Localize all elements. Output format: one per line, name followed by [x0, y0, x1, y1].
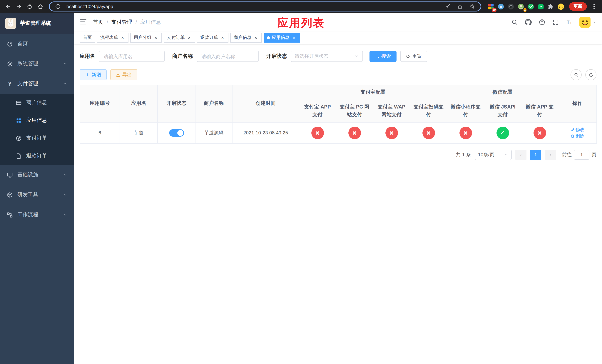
- refresh-icon: [406, 54, 410, 58]
- sidebar-collapse-icon[interactable]: [80, 18, 88, 26]
- goto-label: 前往: [562, 151, 572, 158]
- chevron-down-icon: [63, 62, 67, 66]
- browser-menu-icon[interactable]: [589, 1, 599, 11]
- close-icon[interactable]: ×: [187, 35, 192, 40]
- merchant-name-input[interactable]: [197, 51, 259, 62]
- toggle-search-button[interactable]: [570, 69, 582, 80]
- sidebar-item-app-info[interactable]: 应用信息: [0, 111, 74, 129]
- sidebar-item-label: 支付订单: [26, 135, 47, 141]
- help-icon[interactable]: [538, 19, 546, 26]
- edit-link[interactable]: 修改: [570, 127, 584, 133]
- fullscreen-icon[interactable]: [552, 19, 559, 26]
- browser-back-icon[interactable]: [3, 1, 13, 11]
- status-toggle[interactable]: [169, 129, 184, 137]
- tab-home[interactable]: 首页: [80, 33, 95, 43]
- page-number-button[interactable]: 1: [530, 150, 541, 160]
- column-header: 应用名: [120, 85, 158, 122]
- extension-dark-icon[interactable]: [507, 3, 515, 10]
- status-select[interactable]: 请选择开启状态: [291, 51, 363, 62]
- add-button[interactable]: 新增: [80, 69, 107, 80]
- close-icon[interactable]: ×: [153, 35, 159, 40]
- browser-reload-icon[interactable]: [24, 1, 34, 11]
- browser-update-button[interactable]: 更新: [569, 2, 587, 11]
- reset-button[interactable]: 重置: [400, 51, 427, 62]
- password-key-icon[interactable]: [443, 2, 452, 11]
- gear-icon: [7, 61, 13, 67]
- search-icon[interactable]: [511, 19, 518, 26]
- pagination: 共 1 条 10条/页 ‹ 1 › 前往 页: [80, 150, 596, 160]
- search-button[interactable]: 搜索: [369, 51, 397, 62]
- font-size-icon[interactable]: TT: [566, 19, 573, 26]
- close-icon[interactable]: ×: [253, 35, 258, 40]
- search-icon: [375, 54, 379, 58]
- sidebar-item-workflow[interactable]: 工作流程: [0, 205, 74, 225]
- extension-check-icon[interactable]: [527, 3, 535, 10]
- tab-label: 商户信息: [234, 34, 251, 41]
- address-bar[interactable]: localhost:1024/pay/app: [49, 1, 481, 11]
- sidebar-item-home[interactable]: 首页: [0, 34, 74, 54]
- breadcrumb-item[interactable]: 支付管理: [111, 19, 132, 26]
- goto-page: 前往 页: [562, 150, 596, 160]
- sidebar-item-merchant-info[interactable]: 商户信息: [0, 94, 74, 111]
- refresh-table-button[interactable]: [585, 69, 596, 80]
- sidebar-item-label: 应用信息: [26, 117, 47, 124]
- tab-refund-order[interactable]: 退款订单×: [197, 33, 228, 43]
- sidebar-item-dev-tools[interactable]: 研发工具: [0, 185, 74, 205]
- table-row: 6 芋道 芋道源码 2021-10-23 08:49:25: [80, 122, 597, 143]
- sidebar-item-pay-order[interactable]: 支付订单: [0, 129, 74, 147]
- close-icon[interactable]: ×: [291, 35, 297, 40]
- prev-page-button[interactable]: ‹: [515, 150, 527, 160]
- sidebar-item-label: 支付管理: [17, 80, 38, 87]
- url-text: localhost:1024/pay/app: [65, 4, 440, 9]
- chevron-down-icon: [354, 54, 359, 58]
- column-header: 微信小程序支付: [447, 100, 484, 122]
- delete-link[interactable]: 删除: [570, 133, 584, 139]
- share-icon[interactable]: [455, 2, 465, 11]
- github-icon[interactable]: [525, 19, 532, 26]
- page-size-select[interactable]: 10条/页: [475, 150, 512, 160]
- tab-app-info[interactable]: 应用信息×: [264, 33, 300, 43]
- sidebar-item-payment[interactable]: ¥ 支付管理: [0, 74, 74, 94]
- refresh-icon: [589, 72, 593, 77]
- tab-user-group[interactable]: 用户分组×: [130, 33, 162, 43]
- close-icon[interactable]: ×: [120, 35, 125, 40]
- bookmark-star-icon[interactable]: [468, 2, 477, 11]
- app-name-input[interactable]: [99, 51, 165, 62]
- browser-forward-icon[interactable]: [14, 1, 24, 11]
- browser-home-icon[interactable]: [35, 1, 45, 11]
- sidebar-item-refund-order[interactable]: 退款订单: [0, 147, 74, 165]
- user-menu[interactable]: [580, 17, 596, 28]
- sidebar-item-system[interactable]: 系统管理: [0, 54, 74, 74]
- profile-avatar-icon[interactable]: [557, 3, 565, 10]
- trash-icon: [570, 134, 574, 138]
- tab-merchant-info[interactable]: 商户信息×: [230, 33, 262, 43]
- column-header: 微信 JSAPI 支付: [484, 100, 521, 122]
- extension-chat-icon[interactable]: [537, 3, 545, 10]
- next-page-button[interactable]: ›: [545, 150, 556, 160]
- site-info-icon[interactable]: [53, 2, 63, 11]
- tab-label: 应用信息: [272, 34, 290, 41]
- goto-page-input[interactable]: [574, 150, 589, 160]
- extension-drop-icon[interactable]: [497, 3, 505, 10]
- breadcrumb-item[interactable]: 首页: [93, 19, 103, 26]
- cell-app-id: 6: [80, 122, 120, 143]
- breadcrumb-separator: /: [136, 19, 137, 25]
- chevron-up-icon: [63, 81, 67, 86]
- breadcrumb: 首页 / 支付管理 / 应用信息: [93, 19, 161, 26]
- navbar-actions: TT: [511, 17, 596, 28]
- tab-process-form[interactable]: 流程表单×: [97, 33, 129, 43]
- extension-avatar-icon[interactable]: 1: [517, 3, 525, 10]
- grid-icon: [16, 117, 22, 124]
- extensions-puzzle-icon[interactable]: [547, 3, 555, 10]
- dashboard-icon: [7, 41, 13, 47]
- column-header: 微信 APP 支付: [521, 100, 558, 122]
- column-header: 支付宝 WAP 网站支付: [373, 100, 410, 122]
- tab-pay-order[interactable]: 支付订单×: [164, 33, 195, 43]
- extension-grid-icon[interactable]: 10: [487, 3, 495, 10]
- sidebar-item-infra[interactable]: 基础设施: [0, 165, 74, 185]
- close-icon[interactable]: ×: [220, 35, 225, 40]
- sidebar-logo-row[interactable]: 芋道管理系统: [0, 13, 74, 34]
- search-icon: [574, 72, 579, 77]
- export-button[interactable]: 导出: [110, 69, 137, 80]
- sidebar-item-label: 商户信息: [26, 99, 47, 106]
